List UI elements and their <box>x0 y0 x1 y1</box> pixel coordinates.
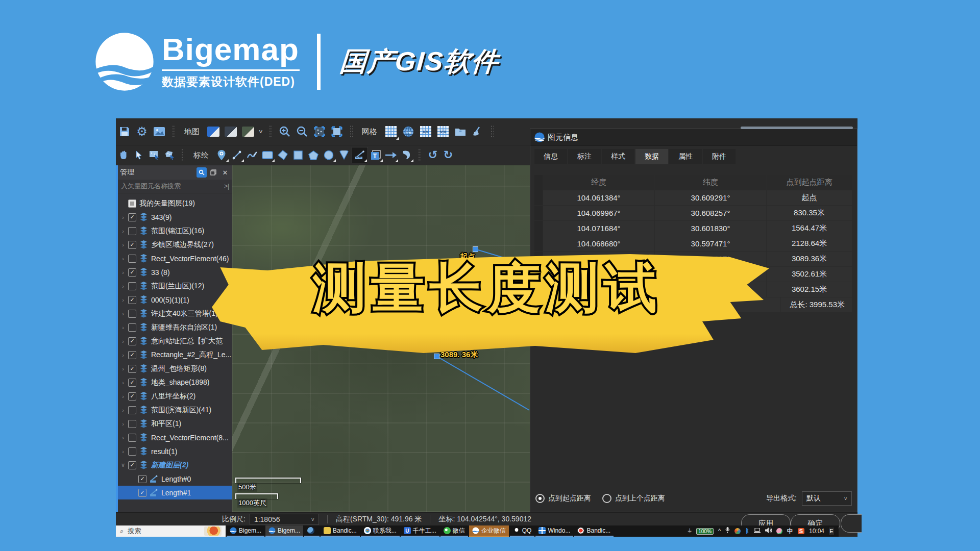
row-handle[interactable] <box>534 236 543 251</box>
collapsed-chevron-icon[interactable]: › <box>120 421 126 427</box>
layer-tree-item[interactable]: ›✓乡镇区域边界线(27) <box>118 238 232 252</box>
collapsed-chevron-icon[interactable]: › <box>120 393 126 399</box>
layer-tree-item[interactable]: ›✓八里坪坐标(2) <box>118 389 232 403</box>
layer-checkbox[interactable]: ✓ <box>128 213 136 221</box>
taskbar-item[interactable]: Bigem... <box>265 525 303 537</box>
collapsed-chevron-icon[interactable]: › <box>120 214 126 220</box>
taskbar-item[interactable]: Bigem... <box>227 525 264 537</box>
table-row[interactable]: 104.071684°30.601830°1564.47米 <box>534 221 852 236</box>
row-handle[interactable] <box>534 221 543 236</box>
taskbar-item[interactable]: Windo... <box>535 525 573 537</box>
collapsed-chevron-icon[interactable]: › <box>120 228 126 234</box>
layer-tree-item[interactable]: ›新疆维吾尔自治区(1) <box>118 320 232 334</box>
collapsed-chevron-icon[interactable]: › <box>120 297 126 303</box>
measure-point-marker[interactable] <box>434 354 439 359</box>
undo-icon[interactable]: ↺ <box>425 147 440 163</box>
basemap-dropdown-chevron[interactable]: ˅ <box>259 128 263 136</box>
point-pin-icon[interactable] <box>214 147 229 163</box>
collapsed-chevron-icon[interactable]: › <box>120 380 126 386</box>
microphone-icon[interactable] <box>725 527 730 535</box>
sogou-input-icon[interactable]: S <box>798 528 804 534</box>
laptop-icon[interactable] <box>754 528 761 535</box>
text-tool-icon[interactable]: T <box>368 147 383 163</box>
radio-distance-to-start[interactable] <box>535 494 545 503</box>
root-checkbox[interactable] <box>128 199 136 208</box>
dialog-drag-grip[interactable] <box>741 127 853 129</box>
layer-tree-item[interactable]: ›范围(滨海新区)(41) <box>118 403 232 417</box>
arrow-tool-icon[interactable] <box>383 147 399 163</box>
cancel-button-clipped[interactable] <box>841 514 862 533</box>
layer-checkbox[interactable] <box>128 282 136 290</box>
layer-tree-item[interactable]: ›和平区(1) <box>118 417 232 431</box>
layer-search-icon[interactable] <box>197 167 207 178</box>
layer-tree-item[interactable]: ›Rect_VectorElement(46) <box>118 252 232 265</box>
polygon-select-icon[interactable] <box>162 147 177 163</box>
save-icon[interactable] <box>116 123 133 140</box>
settings-gear-icon[interactable]: ⚙ <box>133 123 151 140</box>
tab-数据[interactable]: 数据 <box>635 149 668 164</box>
table-row[interactable]: 104.069967°30.608257°830.35米 <box>534 206 852 220</box>
table-row[interactable]: 104.068680°30.597471°2128.64米 <box>534 236 852 251</box>
layer-checkbox[interactable] <box>128 227 136 235</box>
start-point-marker[interactable] <box>473 246 478 252</box>
pentagon-tool-icon[interactable] <box>306 147 321 163</box>
collapsed-chevron-icon[interactable]: › <box>120 407 126 413</box>
tab-附件[interactable]: 附件 <box>703 149 736 164</box>
layer-tree-item[interactable]: ›✓温州_包络矩形(8) <box>118 362 232 375</box>
redo-icon[interactable]: ↻ <box>440 147 456 163</box>
collapsed-chevron-icon[interactable]: › <box>120 256 126 262</box>
image-icon[interactable] <box>151 123 168 140</box>
battery-indicator[interactable]: 100% <box>696 528 714 535</box>
tab-样式[interactable]: 样式 <box>602 149 634 164</box>
collapsed-chevron-icon[interactable]: › <box>120 338 126 344</box>
table-row[interactable]: 104.061384°30.609291°起点 <box>534 190 852 205</box>
undock-panel-icon[interactable] <box>208 167 218 178</box>
layer-checkbox[interactable] <box>128 323 136 332</box>
sector-tool-icon[interactable] <box>336 147 352 163</box>
layer-tree-item[interactable]: ›范围(锦江区)(16) <box>118 224 232 238</box>
layer-checkbox[interactable]: ✓ <box>128 337 136 345</box>
clock[interactable]: 10:04 <box>809 528 824 535</box>
collapsed-chevron-icon[interactable]: › <box>120 311 126 317</box>
layer-checkbox[interactable]: ✓ <box>128 241 136 249</box>
radio-distance-to-prev[interactable] <box>602 494 611 503</box>
taskbar-item[interactable]: 企业微信 <box>469 525 509 537</box>
search-highlight-image[interactable] <box>204 527 222 536</box>
circle-tool-icon[interactable] <box>321 147 336 163</box>
close-panel-icon[interactable]: ✕ <box>220 167 230 178</box>
collapsed-chevron-icon[interactable]: › <box>120 269 126 276</box>
rectangle-tool-icon[interactable] <box>260 147 275 163</box>
colorful-app-tray-icon[interactable] <box>734 528 741 534</box>
taskbar-search-input[interactable]: ⌕ 搜索 <box>116 525 226 537</box>
ime-indicator[interactable]: 中 <box>787 527 793 536</box>
globe-grid-icon[interactable]: Lng <box>400 123 417 140</box>
export-format-select[interactable]: 默认 ˅ <box>802 491 852 506</box>
layer-tree-item[interactable]: ›✓意向站址汇总【扩大范 <box>118 334 232 348</box>
speaker-icon[interactable] <box>765 528 772 535</box>
tab-标注[interactable]: 标注 <box>568 149 601 164</box>
taskbar-item[interactable]: U千牛工... <box>401 525 439 537</box>
taskbar-item[interactable] <box>304 525 320 537</box>
nm-grid-icon[interactable]: N*M <box>434 123 452 140</box>
row-handle[interactable] <box>534 190 543 205</box>
expanded-chevron-icon[interactable]: ∨ <box>120 462 126 468</box>
collapsed-chevron-icon[interactable]: › <box>120 242 126 248</box>
tray-expand-icon[interactable]: ^ <box>718 528 721 535</box>
select-region-dashed-icon[interactable] <box>311 123 328 140</box>
layer-tree-item[interactable]: ∨✓新建图层(2) <box>118 458 232 472</box>
layer-tree-item[interactable]: ›✓Rectangle_#2_高程_Le... <box>118 348 232 362</box>
collapsed-chevron-icon[interactable]: › <box>120 366 126 372</box>
select-region-solid-icon[interactable] <box>328 123 346 140</box>
layer-tree-item[interactable]: ›✓33 (8) <box>118 265 232 279</box>
collapse-search-icon[interactable]: >| <box>224 183 229 190</box>
layer-tree-item[interactable]: ›result(1) <box>118 444 232 458</box>
layer-checkbox[interactable]: ✓ <box>138 489 146 497</box>
power-plug-icon[interactable]: ⏚ <box>688 528 692 535</box>
km-grid-icon[interactable]: KM <box>417 123 434 140</box>
collapsed-chevron-icon[interactable]: › <box>120 435 126 441</box>
select-cursor-icon[interactable] <box>131 147 146 163</box>
collapsed-chevron-icon[interactable]: › <box>120 283 126 289</box>
taskbar-item[interactable]: Bandic... <box>574 525 614 537</box>
basemap-satellite-button[interactable] <box>207 127 219 137</box>
layer-checkbox[interactable]: ✓ <box>128 461 136 469</box>
